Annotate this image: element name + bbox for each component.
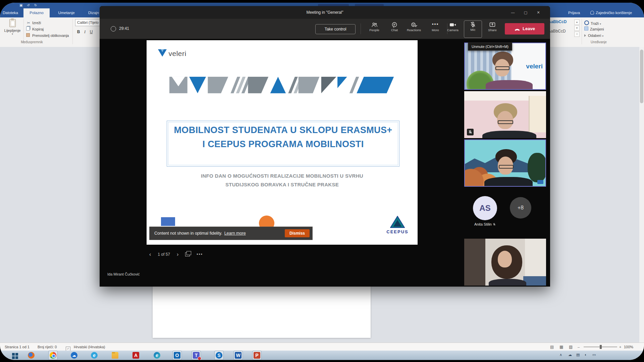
save-icon[interactable]: ▣ — [19, 3, 22, 7]
fidelity-banner: Content not shown in optimal fidelity. L… — [149, 227, 313, 240]
format-painter-button[interactable]: Prenositelj oblikovanja — [26, 33, 69, 38]
gallery-expand-icon[interactable]: ≡ — [574, 32, 580, 37]
tray-network-icon[interactable]: ▤ — [576, 353, 580, 357]
taskbar-acrobat-icon[interactable]: A — [131, 351, 140, 360]
next-slide-icon[interactable]: › — [177, 252, 178, 257]
people-icon — [371, 22, 378, 28]
undo-icon[interactable]: ↺ — [27, 3, 30, 7]
italic-button[interactable]: I — [82, 29, 88, 35]
taskbar-chrome-icon[interactable] — [49, 351, 57, 360]
taskbar-outlook-icon[interactable]: O — [173, 351, 181, 360]
taskbar-firefox-icon[interactable] — [27, 351, 36, 360]
taskbar-edge-icon[interactable]: e — [153, 351, 161, 360]
overflow-participants-badge[interactable]: +8 — [510, 197, 531, 219]
participant-video-2[interactable] — [464, 91, 546, 138]
presenter-name-label: Ida Mirant Čučković — [107, 272, 140, 276]
gallery-down-icon[interactable]: ▼ — [574, 25, 580, 31]
mic-muted-icon — [493, 223, 496, 226]
share-button[interactable]: Zajedničko korištenje — [590, 8, 632, 17]
taskbar-file-explorer-icon[interactable] — [111, 351, 119, 360]
timer-icon — [111, 26, 116, 32]
previous-slide-icon[interactable]: ‹ — [149, 252, 151, 257]
people-button[interactable]: People — [365, 21, 384, 37]
tab-home[interactable]: Polazno — [23, 8, 50, 17]
taskbar-powerpoint-icon[interactable]: P — [253, 351, 261, 360]
participant-video-4[interactable] — [464, 239, 546, 286]
camera-button[interactable]: Camera — [443, 21, 463, 37]
styles-gallery[interactable]: AaBbCcD AaBbCcD — [548, 19, 574, 43]
zoom-level[interactable]: 100% — [624, 343, 633, 351]
tray-volume-icon[interactable]: ◖ — [584, 353, 587, 357]
underline-button[interactable]: U — [89, 29, 94, 34]
ceepus-logo-icon — [390, 216, 405, 228]
doorway-backdrop — [464, 239, 485, 286]
style-sample[interactable]: AaBbCcD — [548, 29, 574, 34]
start-button[interactable] — [10, 351, 19, 360]
share-screen-icon — [489, 22, 496, 28]
slide-more-options-icon[interactable]: ••• — [197, 252, 203, 257]
mic-muted-icon — [470, 21, 476, 27]
dismiss-button[interactable]: Dismiss — [285, 229, 310, 237]
learn-more-link[interactable]: Learn more — [224, 231, 246, 236]
more-button[interactable]: ••• More — [426, 21, 445, 37]
read-mode-icon[interactable]: ▤ — [550, 343, 554, 351]
find-button[interactable]: Traži ▾ — [584, 20, 601, 25]
dropdown-arrow-icon: ▾ — [602, 35, 603, 38]
taskbar-teams-icon[interactable]: T — [192, 351, 201, 360]
participant-name: Anita Stilin — [474, 222, 492, 226]
maximize-button[interactable]: ▢ — [520, 8, 531, 16]
sign-in-button[interactable]: Prijava — [568, 8, 580, 17]
tab-insert[interactable]: Umetanje — [52, 8, 80, 17]
reactions-button[interactable]: Reactions — [404, 21, 424, 37]
minimize-button[interactable]: — — [507, 8, 518, 16]
teams-titlebar: Meeting in "General" — ▢ ✕ — [100, 6, 550, 19]
fidelity-banner-message: Content not shown in optimal fidelity. — [154, 231, 222, 236]
share-screen-button[interactable]: Share — [483, 21, 502, 37]
veleri-backdrop-text: veleri — [526, 63, 543, 70]
scrollbar-thumb[interactable] — [640, 50, 643, 103]
tray-expand-icon[interactable]: ∧ — [559, 353, 562, 357]
tray-onedrive-icon[interactable]: ☁ — [568, 353, 572, 357]
tray-battery-icon[interactable]: ▭ — [592, 353, 596, 357]
replace-button[interactable]: Zamijeni — [584, 26, 604, 32]
avatar-initials[interactable]: AS — [473, 196, 497, 220]
mic-button[interactable]: Mic — [464, 20, 482, 38]
style-sample[interactable]: AaBbCcD — [548, 19, 574, 24]
windows-logo-icon — [12, 353, 17, 358]
chat-button[interactable]: Chat — [385, 21, 404, 37]
word-count-status[interactable]: Broj riječi: 0 — [38, 343, 57, 351]
taskbar-skype-business-icon[interactable]: S — [215, 351, 223, 360]
vertical-scrollbar[interactable] — [639, 47, 644, 343]
zoom-out-button[interactable]: – — [578, 343, 580, 351]
format-painter-icon — [26, 33, 30, 37]
styles-gallery-scroll[interactable]: ▲ ▼ ≡ — [574, 19, 580, 38]
taskbar-internet-explorer-icon[interactable]: e — [90, 351, 99, 360]
meeting-title: Meeting in "General" — [100, 10, 550, 15]
close-button[interactable]: ✕ — [533, 8, 544, 16]
redo-icon[interactable]: ↻ — [34, 3, 37, 7]
taskbar-onedrive-icon[interactable]: ☁ — [70, 351, 78, 360]
gallery-up-icon[interactable]: ▲ — [574, 19, 580, 25]
tab-file[interactable]: Datoteka — [0, 8, 21, 17]
slide-deck-icon[interactable] — [185, 252, 190, 256]
divider — [361, 23, 361, 34]
slide-shapes-band — [169, 76, 397, 96]
zoom-in-button[interactable]: + — [619, 343, 621, 351]
cut-button[interactable]: ✂Izreži — [26, 20, 41, 25]
copy-button[interactable]: Kopiraj — [26, 26, 44, 32]
muted-mic-badge — [467, 129, 474, 135]
print-layout-icon[interactable]: ▦ — [559, 343, 563, 351]
shared-slide: veleri — [147, 40, 418, 245]
page-count-status[interactable]: Stranica 1 od 1 — [5, 343, 30, 351]
clipboard-icon — [9, 19, 16, 27]
participant-video-3[interactable] — [464, 139, 546, 187]
taskbar-word-icon[interactable]: W — [234, 351, 243, 360]
select-button[interactable]: Odaberi ▾ — [584, 33, 603, 38]
participant-shoulders — [486, 80, 532, 90]
zoom-slider-thumb[interactable] — [600, 345, 602, 349]
bold-button[interactable]: B — [76, 29, 81, 34]
language-status[interactable]: Hrvatski (Hrvatska) — [74, 343, 105, 351]
leave-button[interactable]: Leave — [505, 23, 544, 35]
take-control-button[interactable]: Take control — [315, 24, 356, 34]
web-layout-icon[interactable]: ▧ — [569, 343, 573, 351]
